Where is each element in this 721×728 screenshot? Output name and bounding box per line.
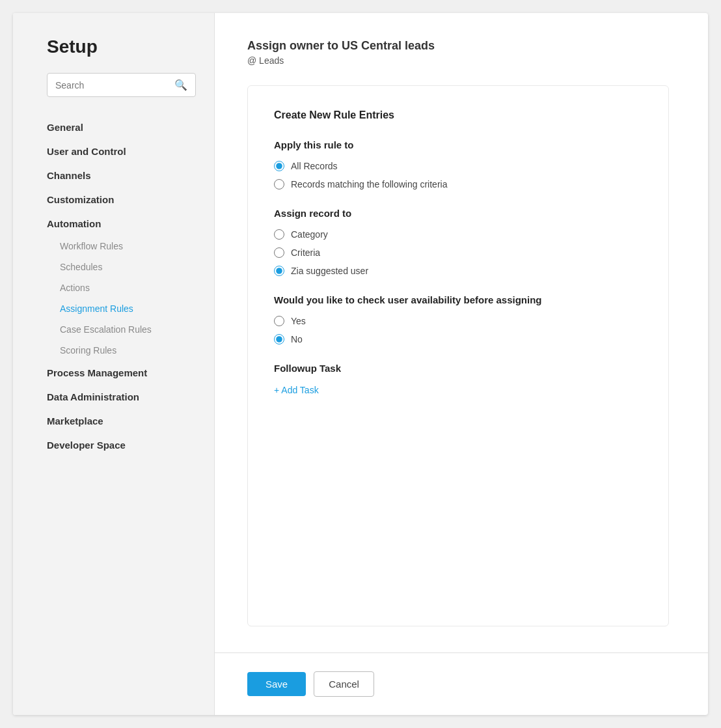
main-content: Assign owner to US Central leads @ Leads… [215,13,708,652]
add-task-link[interactable]: + Add Task [274,385,319,395]
sidebar: Setup 🔍 General User and Control Channel… [13,13,215,715]
cancel-button[interactable]: Cancel [314,671,374,697]
sidebar-subitem-assignment-rules[interactable]: Assignment Rules [47,298,196,319]
radio-input-no[interactable] [274,334,284,344]
sidebar-item-marketplace[interactable]: Marketplace [47,409,196,433]
radio-label-category: Category [291,229,328,240]
sidebar-subitem-scoring-rules[interactable]: Scoring Rules [47,340,196,361]
radio-input-criteria[interactable] [274,247,284,258]
sidebar-item-general[interactable]: General [47,115,196,139]
search-box[interactable]: 🔍 [47,73,196,97]
radio-zia-suggested[interactable]: Zia suggested user [274,266,642,276]
sidebar-item-process-management[interactable]: Process Management [47,361,196,385]
apply-rule-group: Apply this rule to All Records Records m… [274,139,642,189]
form-section-title: Create New Rule Entries [274,109,642,121]
radio-label-matching-criteria: Records matching the following criteria [291,179,447,189]
radio-label-yes: Yes [291,316,306,326]
radio-input-all-records[interactable] [274,161,284,171]
sidebar-item-automation[interactable]: Automation [47,212,196,236]
breadcrumb: @ Leads [247,55,669,66]
search-icon: 🔍 [174,79,187,91]
radio-category[interactable]: Category [274,229,642,240]
breadcrumb-at: @ [247,55,259,66]
page-title: Assign owner to US Central leads [247,39,669,53]
sidebar-subitem-schedules[interactable]: Schedules [47,257,196,277]
user-availability-group: Would you like to check user availabilit… [274,294,642,344]
search-input[interactable] [55,80,174,91]
radio-input-matching-criteria[interactable] [274,179,284,189]
sidebar-item-user-and-control[interactable]: User and Control [47,139,196,163]
radio-input-zia-suggested[interactable] [274,266,284,276]
radio-label-criteria: Criteria [291,247,320,258]
radio-yes[interactable]: Yes [274,316,642,326]
radio-matching-criteria[interactable]: Records matching the following criteria [274,179,642,189]
breadcrumb-module: Leads [259,55,284,66]
form-card: Create New Rule Entries Apply this rule … [247,85,669,626]
sidebar-title: Setup [47,36,196,57]
radio-no[interactable]: No [274,334,642,344]
radio-label-zia-suggested: Zia suggested user [291,266,368,276]
sidebar-subitem-workflow-rules[interactable]: Workflow Rules [47,236,196,257]
sidebar-subitem-case-escalation-rules[interactable]: Case Escalation Rules [47,319,196,340]
radio-input-category[interactable] [274,229,284,240]
sidebar-item-data-administration[interactable]: Data Administration [47,385,196,409]
assign-record-group: Assign record to Category Criteria Zia s… [274,208,642,276]
breadcrumb-area: Assign owner to US Central leads @ Leads [247,39,669,66]
radio-criteria[interactable]: Criteria [274,247,642,258]
followup-task-label: Followup Task [274,363,642,374]
app-container: Setup 🔍 General User and Control Channel… [13,13,708,715]
radio-label-no: No [291,334,303,344]
sidebar-item-customization[interactable]: Customization [47,188,196,212]
radio-input-yes[interactable] [274,316,284,326]
radio-all-records[interactable]: All Records [274,161,642,171]
user-availability-label: Would you like to check user availabilit… [274,294,642,305]
footer-actions: Save Cancel [215,652,708,715]
apply-rule-label: Apply this rule to [274,139,642,150]
assign-record-label: Assign record to [274,208,642,219]
sidebar-item-developer-space[interactable]: Developer Space [47,433,196,457]
main-area: Assign owner to US Central leads @ Leads… [215,13,708,715]
radio-label-all-records: All Records [291,161,338,171]
sidebar-subitem-actions[interactable]: Actions [47,277,196,298]
save-button[interactable]: Save [247,672,306,696]
followup-task-group: Followup Task + Add Task [274,363,642,396]
sidebar-item-channels[interactable]: Channels [47,163,196,188]
